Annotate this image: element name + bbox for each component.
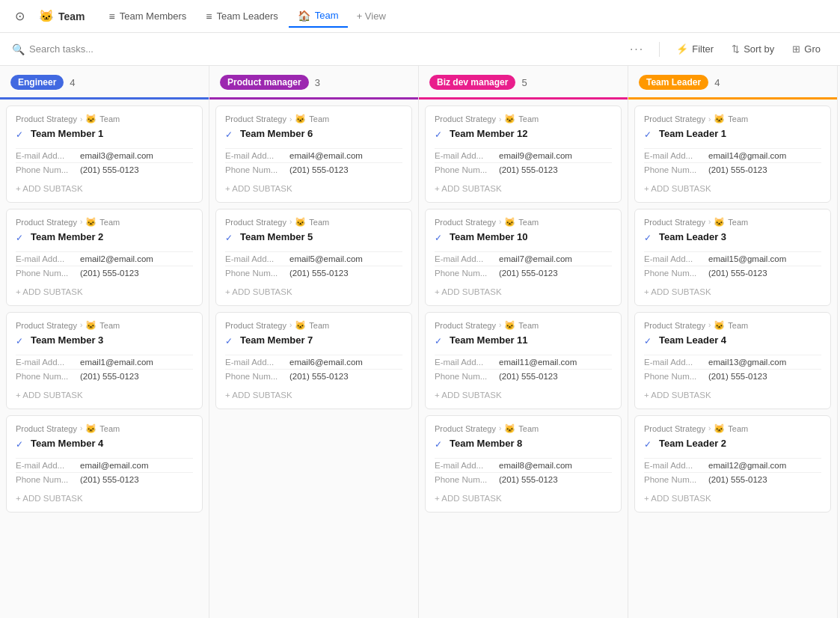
card-email-field: E-mail Add...email5@email.com [225, 251, 402, 266]
card-email-field: E-mail Add...email8@email.com [435, 458, 612, 472]
tab-team-members-label: Team Members [120, 10, 187, 22]
toolbar-divider [659, 42, 660, 57]
card-email-field: E-mail Add...email14@gmail.com [644, 148, 821, 162]
group-button[interactable]: ⊞ Gro [785, 40, 828, 58]
phone-value: (201) 555-0123 [708, 165, 767, 174]
add-subtask-button[interactable]: + ADD SUBTASK [16, 183, 193, 195]
add-subtask-button[interactable]: + ADD SUBTASK [16, 286, 193, 298]
card-title-row: ✓Team Leader 2 [644, 438, 821, 450]
breadcrumb-arrow: › [289, 218, 292, 226]
card-title-row: ✓Team Member 12 [435, 128, 612, 141]
app-menu-icon: ⊙ [15, 9, 25, 23]
card-check-icon: ✓ [16, 129, 26, 140]
card-breadcrumb: Product Strategy›🐱Team [16, 320, 193, 331]
phone-value: (201) 555-0123 [499, 269, 558, 278]
sort-button[interactable]: ⇅ Sort by [724, 40, 782, 58]
card-breadcrumb: Product Strategy›🐱Team [644, 114, 821, 124]
card-teamleader-1[interactable]: Product Strategy›🐱Team✓Team Leader 3E-ma… [634, 209, 831, 306]
cards-area-teamleader: Product Strategy›🐱Team✓Team Leader 1E-ma… [628, 100, 837, 618]
card-title: Team Member 7 [240, 334, 313, 347]
card-engineer-3[interactable]: Product Strategy›🐱Team✓Team Member 4E-ma… [6, 415, 203, 513]
card-breadcrumb: Product Strategy›🐱Team [16, 217, 193, 227]
add-subtask-button[interactable]: + ADD SUBTASK [435, 183, 612, 195]
email-label: E-mail Add... [435, 358, 494, 367]
phone-value: (201) 555-0123 [499, 165, 558, 174]
breadcrumb-team: Team [728, 114, 748, 123]
card-phone-field: Phone Num...(201) 555-0123 [16, 266, 193, 280]
card-bizdev-0[interactable]: Product Strategy›🐱Team✓Team Member 12E-m… [425, 105, 622, 203]
breadcrumb-arrow: › [289, 321, 292, 329]
card-title-row: ✓Team Member 2 [16, 231, 193, 244]
workspace-name: Team [58, 10, 85, 22]
column-engineer: Engineer4Product Strategy›🐱Team✓Team Mem… [0, 66, 209, 618]
phone-value: (201) 555-0123 [708, 269, 767, 278]
search-box[interactable]: 🔍 Search tasks... [12, 43, 618, 55]
card-bizdev-1[interactable]: Product Strategy›🐱Team✓Team Member 10E-m… [425, 209, 622, 306]
breadcrumb-emoji: 🐱 [295, 217, 306, 227]
breadcrumb-project: Product Strategy [435, 114, 496, 123]
card-product-2[interactable]: Product Strategy›🐱Team✓Team Member 7E-ma… [215, 312, 412, 409]
card-teamleader-2[interactable]: Product Strategy›🐱Team✓Team Leader 4E-ma… [634, 312, 831, 409]
card-teamleader-3[interactable]: Product Strategy›🐱Team✓Team Leader 2E-ma… [634, 415, 831, 513]
toolbar-right: ⚡ Filter ⇅ Sort by ⊞ Gro [669, 40, 828, 58]
card-bizdev-3[interactable]: Product Strategy›🐱Team✓Team Member 8E-ma… [425, 415, 622, 513]
breadcrumb-arrow: › [708, 218, 711, 226]
card-check-icon: ✓ [435, 233, 445, 243]
phone-value: (201) 555-0123 [289, 372, 349, 381]
team-members-icon: ≡ [109, 10, 115, 22]
card-check-icon: ✓ [16, 439, 26, 450]
phone-label: Phone Num... [16, 165, 76, 174]
column-count-teamleader: 4 [714, 77, 720, 88]
email-label: E-mail Add... [644, 358, 704, 367]
card-product-0[interactable]: Product Strategy›🐱Team✓Team Member 6E-ma… [215, 105, 412, 203]
card-engineer-0[interactable]: Product Strategy›🐱Team✓Team Member 1E-ma… [6, 105, 203, 203]
card-bizdev-2[interactable]: Product Strategy›🐱Team✓Team Member 11E-m… [425, 312, 622, 409]
breadcrumb-project: Product Strategy [16, 114, 77, 123]
add-subtask-button[interactable]: + ADD SUBTASK [225, 286, 402, 298]
add-subtask-button[interactable]: + ADD SUBTASK [644, 389, 821, 401]
breadcrumb-emoji: 🐱 [85, 217, 96, 227]
card-breadcrumb: Product Strategy›🐱Team [644, 217, 821, 227]
tab-team[interactable]: 🏠 Team [289, 5, 348, 28]
card-engineer-2[interactable]: Product Strategy›🐱Team✓Team Member 3E-ma… [6, 312, 203, 409]
add-subtask-button[interactable]: + ADD SUBTASK [435, 492, 612, 504]
filter-button[interactable]: ⚡ Filter [669, 40, 721, 58]
column-badge-product: Product manager [220, 75, 309, 90]
add-subtask-button[interactable]: + ADD SUBTASK [225, 183, 402, 195]
breadcrumb-emoji: 🐱 [714, 423, 725, 434]
tab-team-leaders[interactable]: ≡ Team Leaders [197, 6, 287, 27]
add-subtask-button[interactable]: + ADD SUBTASK [435, 286, 612, 298]
app-menu-button[interactable]: ⊙ [9, 6, 30, 27]
breadcrumb-team: Team [518, 114, 539, 123]
breadcrumb-arrow: › [80, 218, 82, 226]
breadcrumb-team: Team [518, 424, 539, 433]
breadcrumb-project: Product Strategy [644, 218, 705, 227]
tab-team-label: Team [315, 10, 339, 21]
card-product-1[interactable]: Product Strategy›🐱Team✓Team Member 5E-ma… [215, 209, 412, 306]
breadcrumb-project: Product Strategy [644, 321, 705, 330]
add-subtask-button[interactable]: + ADD SUBTASK [225, 389, 402, 401]
tab-team-members[interactable]: ≡ Team Members [100, 6, 196, 27]
add-subtask-button[interactable]: + ADD SUBTASK [16, 389, 193, 401]
card-teamleader-0[interactable]: Product Strategy›🐱Team✓Team Leader 1E-ma… [634, 105, 831, 203]
card-title-row: ✓Team Member 4 [16, 438, 193, 450]
add-view-button[interactable]: + View [349, 6, 393, 26]
more-options-button[interactable]: ··· [624, 40, 650, 59]
add-subtask-button[interactable]: + ADD SUBTASK [644, 492, 821, 504]
add-subtask-button[interactable]: + ADD SUBTASK [644, 183, 821, 195]
column-product: Product manager3Product Strategy›🐱Team✓T… [209, 66, 419, 618]
email-label: E-mail Add... [225, 151, 285, 160]
breadcrumb-emoji: 🐱 [295, 114, 306, 124]
card-breadcrumb: Product Strategy›🐱Team [644, 320, 821, 331]
add-subtask-button[interactable]: + ADD SUBTASK [435, 389, 612, 401]
add-subtask-button[interactable]: + ADD SUBTASK [644, 286, 821, 298]
email-value: email4@email.com [289, 151, 363, 160]
card-engineer-1[interactable]: Product Strategy›🐱Team✓Team Member 2E-ma… [6, 209, 203, 306]
card-check-icon: ✓ [225, 233, 236, 243]
add-subtask-button[interactable]: + ADD SUBTASK [16, 492, 193, 504]
breadcrumb-project: Product Strategy [644, 114, 705, 123]
workspace-emoji: 🐱 [39, 9, 54, 23]
breadcrumb-emoji: 🐱 [714, 217, 725, 227]
column-header-teamleader: Team Leader4 [628, 66, 837, 100]
breadcrumb-emoji: 🐱 [85, 114, 96, 124]
